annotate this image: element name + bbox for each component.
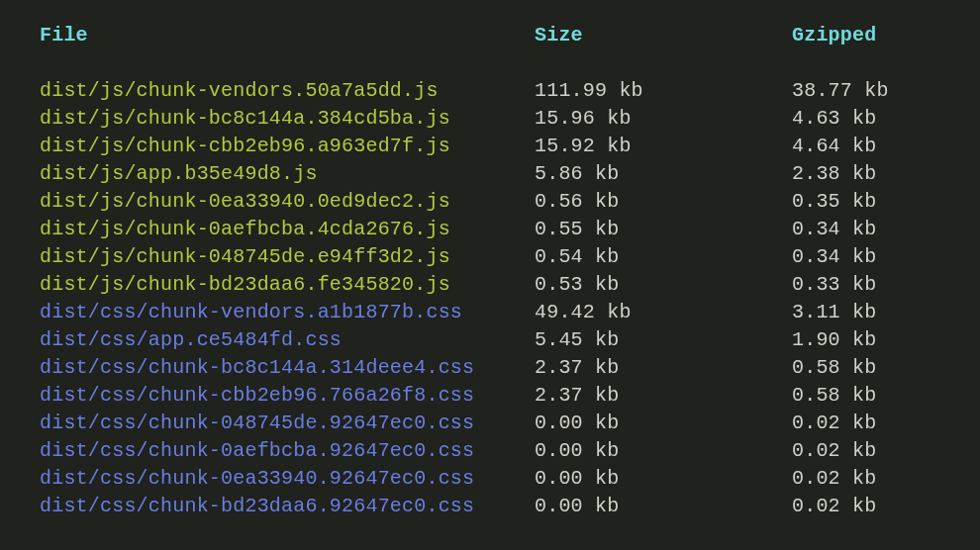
table-row: dist/css/chunk-cbb2eb96.766a26f8.css2.37… xyxy=(40,382,940,410)
file-size: 0.00 kb xyxy=(535,493,792,520)
build-output-terminal: FileSizeGzippeddist/js/chunk-vendors.50a… xyxy=(40,22,940,550)
file-path: dist/js/chunk-cbb2eb96.a963ed7f.js xyxy=(40,133,535,160)
file-gzipped: 4.64 kb xyxy=(792,133,940,160)
file-size: 5.86 kb xyxy=(535,160,792,188)
file-path: dist/js/chunk-0aefbcba.4cda2676.js xyxy=(40,216,535,243)
file-path: dist/css/chunk-bc8c144a.314deee4.css xyxy=(40,354,535,382)
file-gzipped: 0.02 kb xyxy=(792,493,940,520)
blank-line xyxy=(40,49,940,77)
file-size: 0.00 kb xyxy=(535,437,792,465)
file-size: 0.55 kb xyxy=(535,216,792,243)
header-gzipped: Gzipped xyxy=(792,22,940,49)
file-gzipped: 2.38 kb xyxy=(792,160,940,188)
file-gzipped: 3.11 kb xyxy=(792,299,940,326)
table-header-row: FileSizeGzipped xyxy=(40,22,940,49)
table-row: dist/js/chunk-bd23daa6.fe345820.js0.53 k… xyxy=(40,271,940,299)
file-size: 0.00 kb xyxy=(535,465,792,493)
file-path: dist/css/chunk-vendors.a1b1877b.css xyxy=(40,299,535,326)
table-row: dist/js/chunk-vendors.50a7a5dd.js111.99 … xyxy=(40,77,940,105)
file-gzipped: 0.34 kb xyxy=(792,243,940,271)
table-row: dist/css/app.ce5484fd.css5.45 kb1.90 kb xyxy=(40,326,940,354)
table-row: dist/js/chunk-048745de.e94ff3d2.js0.54 k… xyxy=(40,243,940,271)
file-path: dist/css/chunk-0ea33940.92647ec0.css xyxy=(40,465,535,493)
file-size: 0.56 kb xyxy=(535,188,792,216)
file-gzipped: 0.58 kb xyxy=(792,354,940,382)
file-size: 15.96 kb xyxy=(535,105,792,133)
file-path: dist/css/chunk-048745de.92647ec0.css xyxy=(40,410,535,437)
file-path: dist/css/app.ce5484fd.css xyxy=(40,326,535,354)
table-row: dist/js/app.b35e49d8.js5.86 kb2.38 kb xyxy=(40,160,940,188)
table-row: dist/css/chunk-vendors.a1b1877b.css49.42… xyxy=(40,299,940,326)
blank-line xyxy=(40,520,940,548)
file-gzipped: 0.58 kb xyxy=(792,382,940,410)
table-row: dist/css/chunk-0ea33940.92647ec0.css0.00… xyxy=(40,465,940,493)
file-size: 0.53 kb xyxy=(535,271,792,299)
header-size: Size xyxy=(535,22,792,49)
file-size: 111.99 kb xyxy=(535,77,792,105)
file-gzipped: 4.63 kb xyxy=(792,105,940,133)
file-gzipped: 0.02 kb xyxy=(792,437,940,465)
file-size: 49.42 kb xyxy=(535,299,792,326)
file-gzipped: 1.90 kb xyxy=(792,326,940,354)
file-size: 0.00 kb xyxy=(535,410,792,437)
file-gzipped: 0.02 kb xyxy=(792,465,940,493)
file-size: 2.37 kb xyxy=(535,382,792,410)
file-path: dist/js/app.b35e49d8.js xyxy=(40,160,535,188)
file-path: dist/js/chunk-048745de.e94ff3d2.js xyxy=(40,243,535,271)
file-path: dist/css/chunk-0aefbcba.92647ec0.css xyxy=(40,437,535,465)
file-gzipped: 0.35 kb xyxy=(792,188,940,216)
file-size: 2.37 kb xyxy=(535,354,792,382)
file-gzipped: 0.33 kb xyxy=(792,271,940,299)
table-row: dist/js/chunk-cbb2eb96.a963ed7f.js15.92 … xyxy=(40,133,940,160)
table-row: dist/css/chunk-0aefbcba.92647ec0.css0.00… xyxy=(40,437,940,465)
file-path: dist/js/chunk-0ea33940.0ed9dec2.js xyxy=(40,188,535,216)
table-row: dist/css/chunk-bc8c144a.314deee4.css2.37… xyxy=(40,354,940,382)
table-row: dist/js/chunk-0ea33940.0ed9dec2.js0.56 k… xyxy=(40,188,940,216)
file-size: 0.54 kb xyxy=(535,243,792,271)
file-gzipped: 0.02 kb xyxy=(792,410,940,437)
table-row: dist/css/chunk-bd23daa6.92647ec0.css0.00… xyxy=(40,493,940,520)
file-path: dist/js/chunk-bd23daa6.fe345820.js xyxy=(40,271,535,299)
file-size: 5.45 kb xyxy=(535,326,792,354)
table-row: dist/js/chunk-bc8c144a.384cd5ba.js15.96 … xyxy=(40,105,940,133)
header-file: File xyxy=(40,22,535,49)
file-gzipped: 38.77 kb xyxy=(792,77,940,105)
file-size: 15.92 kb xyxy=(535,133,792,160)
file-path: dist/js/chunk-bc8c144a.384cd5ba.js xyxy=(40,105,535,133)
file-path: dist/css/chunk-cbb2eb96.766a26f8.css xyxy=(40,382,535,410)
file-path: dist/js/chunk-vendors.50a7a5dd.js xyxy=(40,77,535,105)
file-path: dist/css/chunk-bd23daa6.92647ec0.css xyxy=(40,493,535,520)
table-row: dist/css/chunk-048745de.92647ec0.css0.00… xyxy=(40,410,940,437)
table-row: dist/js/chunk-0aefbcba.4cda2676.js0.55 k… xyxy=(40,216,940,243)
file-gzipped: 0.34 kb xyxy=(792,216,940,243)
